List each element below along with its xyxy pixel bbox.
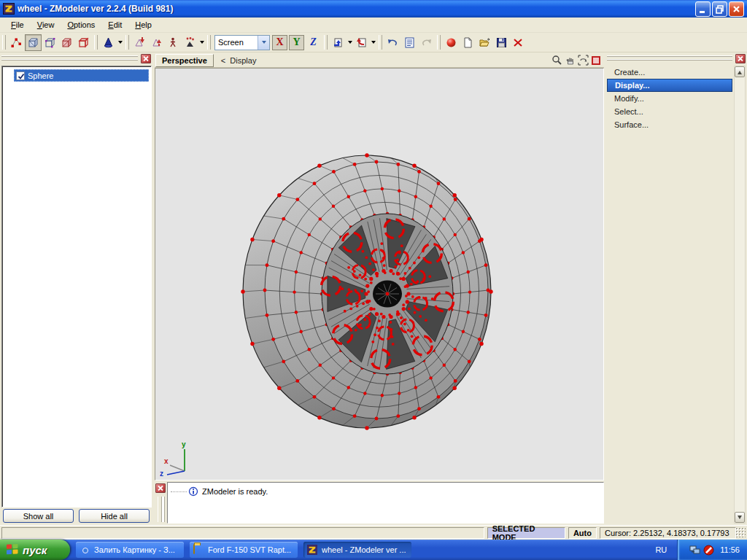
level-down-tool-button[interactable] xyxy=(131,34,148,51)
redo-button-disabled xyxy=(418,34,435,51)
log-entry: ZModeler is ready. xyxy=(171,486,600,497)
log-panel-close-button[interactable] xyxy=(155,483,166,493)
menu-item-surface[interactable]: Surface... xyxy=(607,118,732,131)
log-panel-strip xyxy=(155,482,166,524)
menu-item-edit[interactable]: Edit xyxy=(101,18,128,31)
task-label: Ford F-150 SVT Rapt... xyxy=(208,545,291,554)
save-file-button[interactable] xyxy=(493,34,510,51)
delete-button[interactable] xyxy=(510,34,527,51)
minimize-button[interactable] xyxy=(695,1,711,17)
copy-paste-blue-button[interactable] xyxy=(330,34,347,51)
toolbar-gripper xyxy=(379,35,382,50)
toolbar-gripper xyxy=(94,35,98,50)
level-up-tool-button[interactable] xyxy=(148,34,165,51)
close-button[interactable] xyxy=(729,1,744,17)
scroll-up-button[interactable] xyxy=(735,66,745,77)
copy-paste-red-button[interactable] xyxy=(353,34,370,51)
main-toolbar: Screen X Y Z xyxy=(0,33,747,52)
task-button-image-upload[interactable]: Залить Картинку - З... xyxy=(76,542,184,558)
axis-gizmo: y x z xyxy=(158,439,201,477)
breadcrumb-label[interactable]: Display xyxy=(230,56,256,65)
object-list-item-sphere[interactable]: Sphere xyxy=(14,69,149,82)
history-list-button[interactable] xyxy=(401,34,418,51)
system-tray: 11:56 xyxy=(677,540,747,560)
menu-item-create[interactable]: Create... xyxy=(607,66,732,79)
cube-faces-button[interactable] xyxy=(58,34,75,51)
axis-z-button[interactable]: Z xyxy=(306,35,321,50)
screen-space-select[interactable]: Screen xyxy=(214,35,270,50)
toolbar-gripper xyxy=(2,35,6,50)
menu-item-modify[interactable]: Modify... xyxy=(607,92,732,105)
cone-primitive-button[interactable] xyxy=(100,34,117,51)
start-button[interactable]: пуск xyxy=(0,540,70,560)
breadcrumb: < Display xyxy=(221,56,257,65)
material-sphere-button[interactable] xyxy=(443,34,460,51)
log-panel-gripper[interactable] xyxy=(158,497,162,522)
blocked-status-icon[interactable] xyxy=(703,545,714,556)
window-title: wheel - ZModeler ver 2.2.4 (Build 981) xyxy=(18,4,694,14)
resize-grip[interactable] xyxy=(736,528,746,537)
panel-gripper[interactable] xyxy=(607,55,732,61)
scroll-down-button[interactable] xyxy=(735,512,745,523)
auto-badge[interactable]: Auto xyxy=(568,527,597,539)
zoom-icon[interactable] xyxy=(550,54,563,66)
zmodeler-task-icon xyxy=(307,545,318,556)
group-dropdown-arrow[interactable] xyxy=(198,34,205,51)
screen-space-value: Screen xyxy=(215,38,258,47)
status-message-field xyxy=(1,527,484,539)
task-label: Залить Картинку - З... xyxy=(94,545,175,554)
pan-hand-icon[interactable] xyxy=(563,54,576,66)
toolbar-gripper xyxy=(125,35,129,50)
task-button-zmodeler[interactable]: wheel - ZModeler ver ... xyxy=(303,542,411,558)
menu-item-select[interactable]: Select... xyxy=(607,105,732,118)
new-file-button[interactable] xyxy=(460,34,476,51)
copy-paste-red-dropdown[interactable] xyxy=(370,34,376,51)
menu-item-help[interactable]: Help xyxy=(128,18,158,31)
clock[interactable]: 11:56 xyxy=(720,545,740,554)
tree-branch-line xyxy=(171,491,187,492)
hide-all-button[interactable]: Hide all xyxy=(79,509,150,523)
menu-item-view[interactable]: View xyxy=(31,18,61,31)
viewport-canvas[interactable]: y x z xyxy=(155,68,604,481)
axis-x-button[interactable]: X xyxy=(272,35,287,50)
maximize-button[interactable] xyxy=(712,1,727,17)
copy-paste-blue-dropdown[interactable] xyxy=(347,34,353,51)
show-all-button[interactable]: Show all xyxy=(3,509,74,523)
objects-panel-close-button[interactable] xyxy=(141,54,151,63)
show-all-label: Show all xyxy=(23,512,54,521)
menu-item-file[interactable]: File xyxy=(4,18,31,31)
orbit-rotate-icon[interactable] xyxy=(576,54,589,66)
breadcrumb-arrow[interactable]: < xyxy=(221,56,225,65)
menu-item-display[interactable]: Display... xyxy=(607,79,732,92)
sphere-visibility-checkbox[interactable] xyxy=(16,71,25,80)
zmodeler-app-icon xyxy=(3,3,15,15)
selected-mode-badge: SELECTED MODE xyxy=(487,527,565,539)
maximize-viewport-icon[interactable] xyxy=(589,54,603,66)
commands-scrollbar[interactable] xyxy=(734,66,746,524)
network-icon[interactable] xyxy=(689,545,700,556)
task-button-folder-ford[interactable]: Ford F-150 SVT Rapt... xyxy=(190,542,298,558)
open-file-button[interactable] xyxy=(476,34,493,51)
objects-level-button[interactable] xyxy=(25,34,42,51)
combo-dropdown-button[interactable] xyxy=(258,36,269,50)
cube-wireframe-button[interactable] xyxy=(75,34,92,51)
language-indicator[interactable]: RU xyxy=(655,545,667,554)
perspective-mode-button[interactable]: Perspective xyxy=(155,54,214,67)
menu-item-options[interactable]: Options xyxy=(61,18,101,31)
info-icon xyxy=(188,486,198,497)
toolbar-gripper xyxy=(324,35,328,50)
log-panel[interactable]: ZModeler is ready. xyxy=(167,482,604,524)
vertices-level-button[interactable] xyxy=(8,34,25,51)
start-button-label: пуск xyxy=(23,544,47,556)
undo-button[interactable] xyxy=(384,34,401,51)
axis-y-button[interactable]: Y xyxy=(289,35,304,50)
commands-menu: Create... Display... Modify... Select...… xyxy=(607,66,732,131)
panel-gripper[interactable] xyxy=(1,55,138,61)
cube-dotted-button[interactable] xyxy=(42,34,58,51)
commands-panel-close-button[interactable] xyxy=(735,54,746,63)
folder-icon xyxy=(193,545,204,556)
object-list[interactable]: Sphere xyxy=(1,66,152,508)
walk-figure-tool-button[interactable] xyxy=(165,34,182,51)
cone-dropdown-arrow[interactable] xyxy=(117,34,123,51)
group-figure-tool-button[interactable] xyxy=(182,34,198,51)
